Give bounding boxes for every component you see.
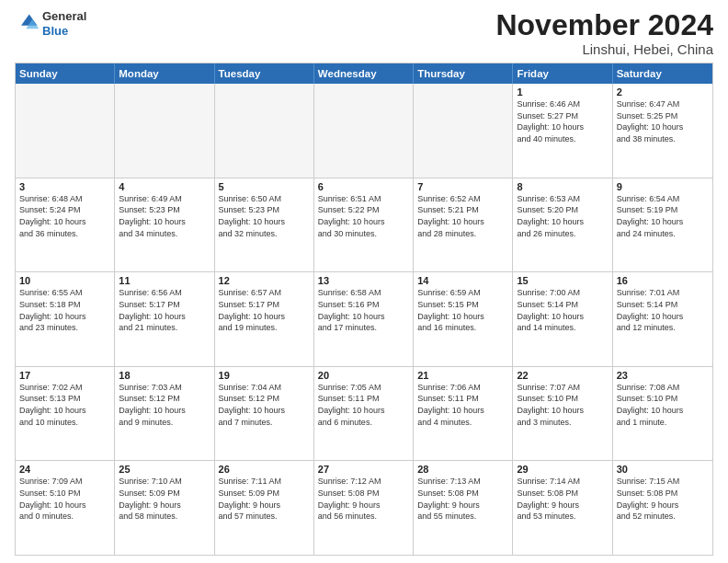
calendar-cell: 20Sunrise: 7:05 AM Sunset: 5:11 PM Dayli…	[314, 367, 414, 461]
calendar-row: 17Sunrise: 7:02 AM Sunset: 5:13 PM Dayli…	[16, 367, 712, 462]
day-info: Sunrise: 7:12 AM Sunset: 5:08 PM Dayligh…	[318, 476, 409, 522]
day-number: 30	[617, 464, 709, 475]
logo-general: General	[42, 9, 86, 23]
month-title: November 2024	[495, 9, 713, 41]
calendar-cell: 7Sunrise: 6:52 AM Sunset: 5:21 PM Daylig…	[414, 178, 513, 272]
calendar-cell: 16Sunrise: 7:01 AM Sunset: 5:14 PM Dayli…	[613, 272, 712, 366]
day-number: 22	[517, 370, 608, 381]
calendar-cell: 4Sunrise: 6:49 AM Sunset: 5:23 PM Daylig…	[115, 178, 214, 272]
calendar-cell: 27Sunrise: 7:12 AM Sunset: 5:08 PM Dayli…	[314, 461, 414, 555]
calendar-cell: 18Sunrise: 7:03 AM Sunset: 5:12 PM Dayli…	[115, 367, 214, 461]
day-number: 3	[19, 181, 110, 192]
day-info: Sunrise: 7:00 AM Sunset: 5:14 PM Dayligh…	[517, 287, 608, 333]
day-number: 5	[219, 181, 310, 192]
day-info: Sunrise: 6:57 AM Sunset: 5:17 PM Dayligh…	[219, 287, 310, 333]
day-info: Sunrise: 6:49 AM Sunset: 5:23 PM Dayligh…	[119, 193, 210, 239]
calendar-cell: 1Sunrise: 6:46 AM Sunset: 5:27 PM Daylig…	[513, 84, 612, 178]
calendar-cell: 23Sunrise: 7:08 AM Sunset: 5:10 PM Dayli…	[613, 367, 712, 461]
day-number: 29	[517, 464, 608, 475]
calendar-cell: 2Sunrise: 6:47 AM Sunset: 5:25 PM Daylig…	[613, 84, 712, 178]
day-number: 12	[219, 275, 310, 286]
calendar-cell: 24Sunrise: 7:09 AM Sunset: 5:10 PM Dayli…	[16, 461, 115, 555]
calendar-cell	[115, 84, 214, 178]
day-info: Sunrise: 7:14 AM Sunset: 5:08 PM Dayligh…	[517, 476, 608, 522]
day-number: 25	[119, 464, 210, 475]
day-number: 6	[318, 181, 409, 192]
calendar-cell	[215, 84, 314, 178]
calendar-cell: 28Sunrise: 7:13 AM Sunset: 5:08 PM Dayli…	[414, 461, 513, 555]
calendar-cell: 25Sunrise: 7:10 AM Sunset: 5:09 PM Dayli…	[115, 461, 214, 555]
calendar-row: 1Sunrise: 6:46 AM Sunset: 5:27 PM Daylig…	[16, 84, 712, 178]
weekday-header: Monday	[115, 63, 214, 84]
day-info: Sunrise: 6:56 AM Sunset: 5:17 PM Dayligh…	[119, 287, 210, 333]
day-info: Sunrise: 6:50 AM Sunset: 5:23 PM Dayligh…	[219, 193, 310, 239]
calendar-cell: 14Sunrise: 6:59 AM Sunset: 5:15 PM Dayli…	[414, 272, 513, 366]
calendar-cell: 12Sunrise: 6:57 AM Sunset: 5:17 PM Dayli…	[215, 272, 314, 366]
calendar-cell: 15Sunrise: 7:00 AM Sunset: 5:14 PM Dayli…	[513, 272, 612, 366]
day-info: Sunrise: 7:08 AM Sunset: 5:10 PM Dayligh…	[617, 382, 709, 428]
calendar-row: 3Sunrise: 6:48 AM Sunset: 5:24 PM Daylig…	[16, 178, 712, 273]
day-info: Sunrise: 7:06 AM Sunset: 5:11 PM Dayligh…	[417, 382, 508, 428]
calendar: SundayMondayTuesdayWednesdayThursdayFrid…	[15, 63, 713, 556]
day-number: 1	[517, 86, 608, 98]
day-info: Sunrise: 6:54 AM Sunset: 5:19 PM Dayligh…	[617, 193, 709, 239]
day-number: 21	[417, 370, 508, 381]
day-number: 16	[617, 275, 709, 286]
header: General Blue November 2024 Linshui, Hebe…	[15, 9, 713, 57]
day-number: 11	[119, 275, 210, 286]
calendar-cell: 21Sunrise: 7:06 AM Sunset: 5:11 PM Dayli…	[414, 367, 513, 461]
day-number: 17	[19, 370, 110, 381]
day-number: 27	[318, 464, 409, 475]
calendar-cell: 10Sunrise: 6:55 AM Sunset: 5:18 PM Dayli…	[16, 272, 115, 366]
calendar-cell: 30Sunrise: 7:15 AM Sunset: 5:08 PM Dayli…	[613, 461, 712, 555]
day-number: 26	[219, 464, 310, 475]
day-info: Sunrise: 7:03 AM Sunset: 5:12 PM Dayligh…	[119, 382, 210, 428]
calendar-cell: 17Sunrise: 7:02 AM Sunset: 5:13 PM Dayli…	[16, 367, 115, 461]
calendar-cell: 19Sunrise: 7:04 AM Sunset: 5:12 PM Dayli…	[215, 367, 314, 461]
day-info: Sunrise: 7:04 AM Sunset: 5:12 PM Dayligh…	[219, 382, 310, 428]
calendar-cell: 11Sunrise: 6:56 AM Sunset: 5:17 PM Dayli…	[115, 272, 214, 366]
day-info: Sunrise: 6:46 AM Sunset: 5:27 PM Dayligh…	[517, 98, 608, 144]
weekday-header: Thursday	[414, 63, 513, 84]
weekday-header: Tuesday	[215, 63, 314, 84]
day-info: Sunrise: 7:02 AM Sunset: 5:13 PM Dayligh…	[19, 382, 110, 428]
calendar-cell: 6Sunrise: 6:51 AM Sunset: 5:22 PM Daylig…	[314, 178, 414, 272]
day-info: Sunrise: 7:10 AM Sunset: 5:09 PM Dayligh…	[119, 476, 210, 522]
day-number: 24	[19, 464, 110, 475]
day-info: Sunrise: 7:13 AM Sunset: 5:08 PM Dayligh…	[417, 476, 508, 522]
weekday-header: Saturday	[613, 63, 712, 84]
day-info: Sunrise: 6:58 AM Sunset: 5:16 PM Dayligh…	[318, 287, 409, 333]
calendar-cell	[314, 84, 414, 178]
calendar-cell: 22Sunrise: 7:07 AM Sunset: 5:10 PM Dayli…	[513, 367, 612, 461]
day-number: 14	[417, 275, 508, 286]
day-info: Sunrise: 7:09 AM Sunset: 5:10 PM Dayligh…	[19, 476, 110, 522]
calendar-cell: 13Sunrise: 6:58 AM Sunset: 5:16 PM Dayli…	[314, 272, 414, 366]
calendar-cell	[414, 84, 513, 178]
calendar-cell: 9Sunrise: 6:54 AM Sunset: 5:19 PM Daylig…	[613, 178, 712, 272]
calendar-cell: 3Sunrise: 6:48 AM Sunset: 5:24 PM Daylig…	[16, 178, 115, 272]
day-number: 15	[517, 275, 608, 286]
day-number: 28	[417, 464, 508, 475]
calendar-row: 10Sunrise: 6:55 AM Sunset: 5:18 PM Dayli…	[16, 272, 712, 367]
day-info: Sunrise: 6:53 AM Sunset: 5:20 PM Dayligh…	[517, 193, 608, 239]
calendar-header: SundayMondayTuesdayWednesdayThursdayFrid…	[16, 63, 712, 84]
logo-icon	[15, 11, 40, 37]
logo-blue: Blue	[42, 24, 68, 38]
day-info: Sunrise: 7:15 AM Sunset: 5:08 PM Dayligh…	[617, 476, 709, 522]
day-info: Sunrise: 6:52 AM Sunset: 5:21 PM Dayligh…	[417, 193, 508, 239]
day-number: 13	[318, 275, 409, 286]
page: General Blue November 2024 Linshui, Hebe…	[0, 0, 728, 563]
calendar-cell: 8Sunrise: 6:53 AM Sunset: 5:20 PM Daylig…	[513, 178, 612, 272]
weekday-header: Friday	[513, 63, 612, 84]
day-number: 7	[417, 181, 508, 192]
logo: General Blue	[15, 9, 86, 38]
day-info: Sunrise: 7:11 AM Sunset: 5:09 PM Dayligh…	[219, 476, 310, 522]
day-number: 19	[219, 370, 310, 381]
calendar-cell: 29Sunrise: 7:14 AM Sunset: 5:08 PM Dayli…	[513, 461, 612, 555]
day-info: Sunrise: 6:47 AM Sunset: 5:25 PM Dayligh…	[617, 98, 709, 144]
day-info: Sunrise: 6:59 AM Sunset: 5:15 PM Dayligh…	[417, 287, 508, 333]
day-number: 20	[318, 370, 409, 381]
day-number: 8	[517, 181, 608, 192]
day-info: Sunrise: 7:07 AM Sunset: 5:10 PM Dayligh…	[517, 382, 608, 428]
day-number: 2	[617, 86, 709, 98]
